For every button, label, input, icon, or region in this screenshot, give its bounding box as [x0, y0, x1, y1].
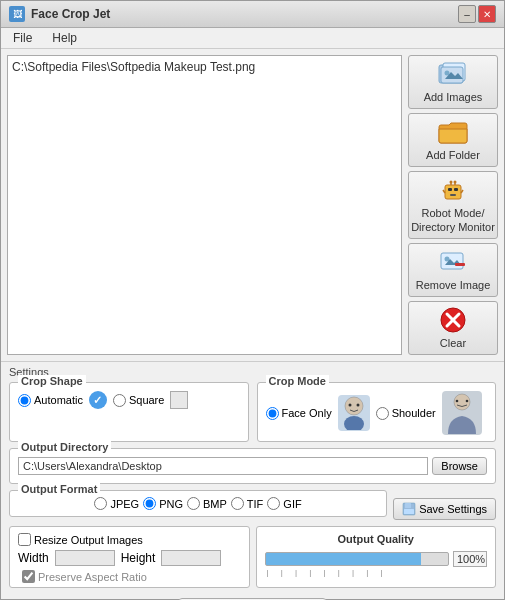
svg-rect-31	[404, 509, 414, 514]
radio-tif-input[interactable]	[231, 497, 244, 510]
radio-face-only[interactable]: Face Only	[266, 407, 332, 420]
mark-9: |	[380, 568, 382, 577]
preserve-aspect-checkbox[interactable]	[22, 570, 35, 583]
label-tif: TIF	[247, 498, 264, 510]
radio-tif[interactable]: TIF	[231, 497, 264, 510]
svg-rect-6	[448, 188, 452, 191]
resize-label: Resize Output Images	[34, 534, 143, 546]
svg-point-24	[348, 404, 351, 407]
output-dir-input[interactable]	[18, 457, 428, 475]
radio-square-input[interactable]	[113, 394, 126, 407]
mark-6: |	[338, 568, 340, 577]
add-images-label: Add Images	[424, 91, 483, 104]
output-dir-row: Browse	[18, 457, 487, 475]
svg-point-23	[344, 416, 364, 430]
main-area: C:\Softpedia Files\Softpedia Makeup Test…	[1, 49, 504, 361]
radio-bmp[interactable]: BMP	[187, 497, 227, 510]
mark-4: |	[309, 568, 311, 577]
title-bar: 🖼 Face Crop Jet – ✕	[1, 1, 504, 28]
svg-point-28	[465, 400, 468, 403]
crop-mode-options: Face Only Shoulder	[266, 391, 488, 435]
output-dir-title: Output Directory	[18, 441, 111, 453]
quality-value: 100%	[453, 551, 487, 567]
svg-rect-18	[455, 263, 465, 266]
minimize-button[interactable]: –	[458, 5, 476, 23]
clear-button[interactable]: Clear	[408, 301, 498, 355]
add-images-icon	[437, 60, 469, 88]
radio-face-only-input[interactable]	[266, 407, 279, 420]
quality-slider-container: 100%	[265, 551, 488, 567]
face-preview	[338, 395, 370, 431]
add-folder-button[interactable]: Add Folder	[408, 113, 498, 167]
menu-help[interactable]: Help	[48, 30, 81, 46]
sidebar: Add Images Add Folder	[408, 55, 498, 355]
radio-gif-input[interactable]	[267, 497, 280, 510]
radio-shoulder-label: Shoulder	[392, 407, 436, 419]
svg-point-27	[455, 400, 458, 403]
radio-jpeg-input[interactable]	[94, 497, 107, 510]
clear-label: Clear	[440, 337, 466, 350]
title-buttons: – ✕	[458, 5, 496, 23]
menu-file[interactable]: File	[9, 30, 36, 46]
title-bar-left: 🖼 Face Crop Jet	[9, 6, 110, 22]
crop-shape-title: Crop Shape	[18, 375, 86, 387]
svg-point-22	[345, 397, 363, 415]
radio-automatic-input[interactable]	[18, 394, 31, 407]
robot-mode-label: Robot Mode/ Directory Monitor	[411, 207, 495, 233]
output-format-title: Output Format	[18, 483, 100, 495]
radio-gif[interactable]: GIF	[267, 497, 301, 510]
radio-automatic[interactable]: Automatic	[18, 394, 83, 407]
radio-automatic-label: Automatic	[34, 394, 83, 406]
save-settings-icon	[402, 502, 416, 516]
radio-png-input[interactable]	[143, 497, 156, 510]
clear-icon	[437, 306, 469, 334]
preserve-aspect-row: Preserve Aspect Ratio	[18, 570, 241, 583]
radio-shoulder-input[interactable]	[376, 407, 389, 420]
save-settings-button[interactable]: Save Settings	[393, 498, 496, 520]
radio-square[interactable]: Square	[113, 394, 164, 407]
label-gif: GIF	[283, 498, 301, 510]
radio-shoulder[interactable]: Shoulder	[376, 407, 436, 420]
output-format-group: Output Format JPEG PNG BMP TIF GIF	[9, 490, 387, 517]
label-bmp: BMP	[203, 498, 227, 510]
shoulder-preview	[442, 391, 482, 435]
crop-button-row: Crop Faces	[1, 592, 504, 600]
radio-bmp-input[interactable]	[187, 497, 200, 510]
svg-rect-5	[445, 185, 461, 199]
mark-8: |	[366, 568, 368, 577]
file-list[interactable]: C:\Softpedia Files\Softpedia Makeup Test…	[7, 55, 402, 355]
width-input[interactable]	[55, 550, 115, 566]
radio-square-label: Square	[129, 394, 164, 406]
quality-slider[interactable]	[265, 552, 450, 566]
save-settings-label: Save Settings	[419, 503, 487, 515]
format-options: JPEG PNG BMP TIF GIF	[94, 497, 301, 510]
crop-mode-group: Crop Mode Face Only	[257, 382, 497, 442]
label-png: PNG	[159, 498, 183, 510]
crop-shape-group: Crop Shape Automatic ✓ Square	[9, 382, 249, 442]
mark-5: |	[323, 568, 325, 577]
height-input[interactable]	[161, 550, 221, 566]
crop-shape-options: Automatic ✓ Square	[18, 391, 240, 409]
app-icon: 🖼	[9, 6, 25, 22]
browse-button[interactable]: Browse	[432, 457, 487, 475]
robot-mode-button[interactable]: Robot Mode/ Directory Monitor	[408, 171, 498, 238]
robot-mode-icon	[437, 176, 469, 204]
main-window: 🖼 Face Crop Jet – ✕ File Help C:\Softped…	[0, 0, 505, 600]
remove-image-button[interactable]: Remove Image	[408, 243, 498, 297]
resize-checkbox[interactable]	[18, 533, 31, 546]
preserve-aspect-label: Preserve Aspect Ratio	[38, 571, 147, 583]
close-button[interactable]: ✕	[478, 5, 496, 23]
remove-image-icon	[437, 248, 469, 276]
add-images-button[interactable]: Add Images	[408, 55, 498, 109]
mark-2: |	[281, 568, 283, 577]
remove-image-label: Remove Image	[416, 279, 491, 292]
output-directory-group: Output Directory Browse	[9, 448, 496, 484]
radio-jpeg[interactable]: JPEG	[94, 497, 139, 510]
file-list-item: C:\Softpedia Files\Softpedia Makeup Test…	[12, 60, 397, 74]
radio-png[interactable]: PNG	[143, 497, 183, 510]
resize-checkbox-label[interactable]: Resize Output Images	[18, 533, 241, 546]
add-folder-label: Add Folder	[426, 149, 480, 162]
svg-point-25	[356, 404, 359, 407]
automatic-checkmark: ✓	[89, 391, 107, 409]
settings-area: Settings Crop Shape Automatic ✓ Square	[1, 361, 504, 526]
